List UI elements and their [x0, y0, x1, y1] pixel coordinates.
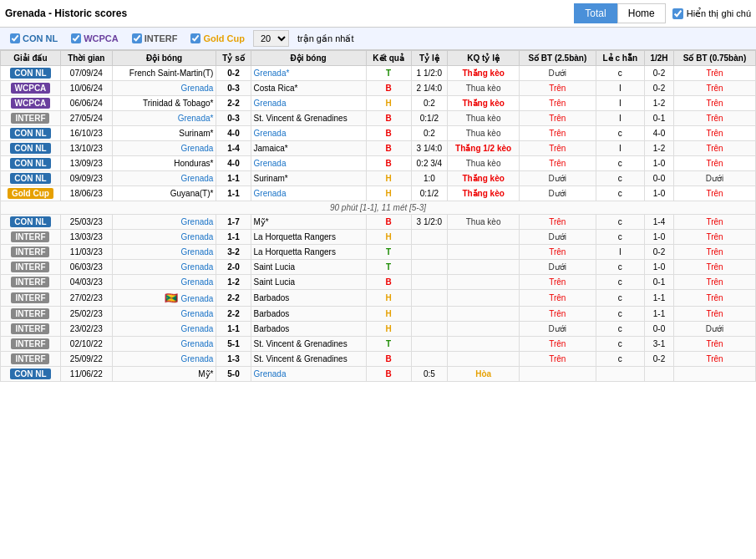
le-chan: c [596, 337, 644, 352]
le-chan: c [596, 322, 644, 337]
filter-wcpca[interactable]: WCPCA [66, 32, 124, 45]
half-score: 1-1 [645, 307, 674, 322]
tab-total[interactable]: Total [574, 3, 616, 23]
league-badge: CON NL [10, 216, 50, 227]
away-team[interactable]: Grenada [251, 126, 366, 141]
match-odds [411, 230, 448, 245]
kq-tyle: Thắng kèo [448, 186, 520, 201]
home-team[interactable]: Grenada [112, 171, 216, 186]
home-team[interactable]: Grenada [112, 141, 216, 156]
match-result: T [366, 245, 411, 260]
le-chan: c [596, 186, 644, 201]
show-notes-control: Hiển thị ghi chú [672, 8, 751, 19]
recent-select[interactable]: 51015202530 [253, 30, 289, 47]
col-sobt25: Số BT (2.5bàn) [520, 51, 596, 66]
home-team[interactable]: Grenada [112, 230, 216, 245]
home-team[interactable]: Grenada [112, 307, 216, 322]
away-team: Mỹ* [251, 215, 366, 230]
match-score: 1-7 [216, 215, 251, 230]
filter-interf-checkbox[interactable] [132, 33, 142, 43]
away-team[interactable]: Grenada [251, 96, 366, 111]
filter-wcpca-checkbox[interactable] [71, 33, 81, 43]
league-badge: INTERF [11, 292, 49, 303]
header-bar: Grenada - Historic scores Total Home Hiể… [0, 0, 756, 28]
away-team[interactable]: Grenada [251, 367, 366, 382]
league-badge: WCPCA [11, 83, 51, 94]
match-time: 25/03/23 [60, 215, 112, 230]
half-score: 1-1 [645, 290, 674, 307]
match-score: 1-1 [216, 322, 251, 337]
kq-tyle [448, 352, 520, 367]
away-team: Jamaica* [251, 141, 366, 156]
away-team[interactable]: Grenada [251, 156, 366, 171]
away-team: St. Vincent & Grenadines [251, 352, 366, 367]
filter-goldcup[interactable]: Gold Cup [185, 32, 250, 45]
table-row: CON NL13/09/23Honduras*4-0GrenadaB0:2 3/… [1, 156, 756, 171]
league-badge: CON NL [10, 368, 50, 379]
filter-connl[interactable]: CON NL [5, 32, 63, 45]
match-time: 09/09/23 [60, 171, 112, 186]
match-result: H [366, 171, 411, 186]
away-team: St. Vincent & Grenadines [251, 111, 366, 126]
table-row: CON NL13/10/23Grenada1-4Jamaica*B3 1/4:0… [1, 141, 756, 156]
match-result: T [366, 66, 411, 81]
kq-tyle: Thua kèo [448, 215, 520, 230]
home-team[interactable]: Grenada* [112, 111, 216, 126]
home-team[interactable]: 🇬🇩 Grenada [112, 290, 216, 307]
home-team[interactable]: Grenada [112, 215, 216, 230]
home-team[interactable]: Grenada [112, 245, 216, 260]
note-text: 90 phút [1-1], 11 mét [5-3] [1, 201, 756, 215]
home-team[interactable]: Grenada [112, 352, 216, 367]
kq-tyle: Thắng kèo [448, 96, 520, 111]
match-time: 16/10/23 [60, 126, 112, 141]
match-odds [411, 322, 448, 337]
home-team[interactable]: Grenada [112, 81, 216, 96]
table-row: WCPCA10/06/24Grenada0-3Costa Rica*B2 1/4… [1, 81, 756, 96]
kq-tyle: Thua kèo [448, 126, 520, 141]
match-odds [411, 275, 448, 290]
match-odds [411, 337, 448, 352]
match-score: 2-2 [216, 307, 251, 322]
match-odds: 0:5 [411, 367, 448, 382]
sobt-25: Trên [520, 352, 596, 367]
match-time: 27/02/23 [60, 290, 112, 307]
sobt-075: Trên [673, 337, 755, 352]
col-league: Giải đấu [1, 51, 61, 66]
away-team[interactable]: Grenada [251, 186, 366, 201]
filter-connl-checkbox[interactable] [10, 33, 20, 43]
home-team: Mỹ* [112, 367, 216, 382]
away-team[interactable]: Grenada* [251, 66, 366, 81]
home-team[interactable]: Grenada [112, 260, 216, 275]
home-team[interactable]: Grenada [112, 322, 216, 337]
kq-tyle [448, 337, 520, 352]
col-score: Tỷ số [216, 51, 251, 66]
match-odds [411, 260, 448, 275]
table-row: CON NL07/09/24French Saint-Martin(T)0-2G… [1, 66, 756, 81]
half-score [645, 367, 674, 382]
half-score: 1-0 [645, 230, 674, 245]
match-score: 5-0 [216, 367, 251, 382]
match-score: 1-4 [216, 141, 251, 156]
table-row: INTERF25/02/23Grenada2-2BarbadosHTrênc1-… [1, 307, 756, 322]
table-row: INTERF02/10/22Grenada5-1St. Vincent & Gr… [1, 337, 756, 352]
sobt-25: Trên [520, 275, 596, 290]
le-chan: I [596, 245, 644, 260]
match-result: B [366, 215, 411, 230]
filter-connl-label: CON NL [23, 33, 58, 43]
home-team[interactable]: Grenada [112, 337, 216, 352]
filter-goldcup-checkbox[interactable] [190, 33, 200, 43]
home-team[interactable]: Grenada [112, 275, 216, 290]
match-result: H [366, 96, 411, 111]
col-sobt075: Số BT (0.75bàn) [673, 51, 755, 66]
show-notes-checkbox[interactable] [672, 8, 683, 19]
league-badge: INTERF [11, 323, 49, 334]
match-score: 0-2 [216, 66, 251, 81]
match-time: 10/06/24 [60, 81, 112, 96]
le-chan: I [596, 81, 644, 96]
page-title: Grenada - Historic scores [5, 8, 567, 19]
away-team: Costa Rica* [251, 81, 366, 96]
tab-home[interactable]: Home [617, 3, 666, 23]
match-odds: 0:2 [411, 96, 448, 111]
filter-interf[interactable]: INTERF [127, 32, 183, 45]
match-time: 11/06/22 [60, 367, 112, 382]
